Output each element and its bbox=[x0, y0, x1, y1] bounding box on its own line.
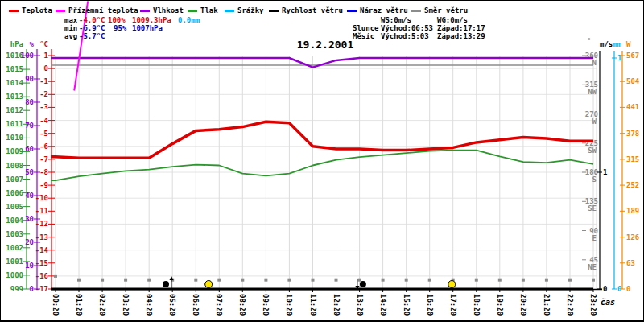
legend-label: Teplota bbox=[22, 6, 52, 14]
wind-direction-swatch-icon bbox=[411, 10, 421, 12]
wind-direction-marker bbox=[312, 279, 315, 282]
wind-direction-marker bbox=[287, 279, 291, 282]
temp-tick-label: -10 bbox=[35, 194, 48, 202]
hpa-tick-label: 1000 bbox=[6, 271, 23, 279]
legend-item-temperature: Teplota bbox=[9, 6, 52, 14]
wind-direction-marker bbox=[264, 279, 267, 282]
moonrise-moon-icon bbox=[163, 281, 169, 287]
deg-compass-label: NW bbox=[588, 88, 597, 96]
hpa-tick-label: 1015 bbox=[6, 65, 23, 73]
stat-max-humidity: 100% bbox=[108, 16, 126, 24]
legend-item-wind-speed: Rychlost větru bbox=[269, 6, 343, 14]
chart-date-title: 19.2.2001 bbox=[289, 39, 361, 51]
wind-direction-marker bbox=[241, 279, 244, 282]
stat-min-pressure: 1007hPa bbox=[132, 24, 163, 32]
legend-item-humidity: Vlhkost bbox=[140, 6, 184, 14]
stat-sun-label: Slunce bbox=[353, 24, 379, 32]
precipitation-swatch-icon bbox=[225, 10, 234, 12]
stat-max-pressure: 1009.3hPa bbox=[132, 16, 171, 24]
wind-direction-marker bbox=[147, 279, 151, 282]
legend-label: Rychlost větru bbox=[282, 6, 343, 14]
hpa-tick-label: 1013 bbox=[6, 93, 23, 101]
humidity-line bbox=[51, 58, 593, 68]
x-tick-label: 20:20 bbox=[519, 294, 527, 316]
temp-tick-label: -5 bbox=[39, 130, 48, 138]
x-tick-label: 12:20 bbox=[332, 294, 341, 316]
deg-compass-label: W bbox=[592, 118, 597, 126]
hpa-tick-label: 1012 bbox=[6, 106, 23, 114]
hpa-tick-label: 1009 bbox=[6, 147, 23, 155]
x-tick-label: 06:20 bbox=[192, 294, 200, 316]
percent-tick-label: 80 bbox=[25, 98, 34, 106]
x-tick-label: 16:20 bbox=[426, 294, 434, 316]
x-tick-label: 22:20 bbox=[566, 294, 574, 316]
temp-tick-label: -11 bbox=[35, 207, 48, 215]
stat-min-humidity: 95% bbox=[114, 24, 126, 32]
x-tick-label: 03:20 bbox=[122, 294, 130, 316]
deg-axis-header: ° bbox=[587, 37, 591, 45]
temp-tick-label: -9 bbox=[39, 181, 48, 189]
hpa-tick-label: 1008 bbox=[6, 162, 23, 170]
x-tick-label: 05:20 bbox=[168, 294, 176, 316]
temp-tick-label: -13 bbox=[35, 233, 48, 242]
pressure-swatch-icon bbox=[188, 10, 197, 12]
x-tick-label: 14:20 bbox=[379, 294, 387, 316]
watt-axis-header: W bbox=[626, 40, 631, 48]
percent-tick-label: 50 bbox=[25, 168, 34, 176]
temp-tick-label: 0 bbox=[44, 64, 48, 72]
temp-tick-label: -14 bbox=[35, 246, 49, 254]
wind-direction-marker bbox=[475, 279, 478, 282]
stat-avg-label: avg bbox=[64, 32, 77, 40]
x-tick-label: 01:20 bbox=[75, 294, 83, 316]
deg-compass-label: SE bbox=[588, 204, 597, 213]
x-tick-label: 08:20 bbox=[238, 294, 246, 316]
temp-tick-label: -17 bbox=[35, 285, 48, 293]
stat-sunset: Západ:17:17 bbox=[437, 24, 485, 32]
legend-label: Náraz větru bbox=[360, 6, 408, 14]
watt-tick-label: 504 bbox=[626, 77, 640, 85]
stat-max-label: max bbox=[64, 16, 77, 24]
hpa-tick-label: 1007 bbox=[6, 175, 23, 184]
moonset-moon-icon bbox=[360, 281, 366, 287]
percent-tick-label: 20 bbox=[25, 238, 34, 246]
x-tick-label: 09:20 bbox=[262, 294, 270, 316]
wind-direction-marker bbox=[54, 275, 57, 278]
watt-tick-label: 567 bbox=[626, 52, 639, 60]
x-tick-label: 13:20 bbox=[356, 294, 364, 316]
watt-tick-label: 315 bbox=[626, 155, 639, 163]
percent-tick-label: 60 bbox=[25, 145, 34, 153]
temp-tick-label: -1 bbox=[39, 77, 48, 85]
watt-tick-label: 189 bbox=[626, 207, 639, 215]
stat-avg-temp: -5.7°C bbox=[79, 32, 105, 40]
stat-min-temp: -6.9°C bbox=[79, 24, 105, 32]
legend-label: Tlak bbox=[200, 6, 218, 14]
hpa-tick-label: 1006 bbox=[6, 189, 23, 197]
ms-axis-header: m/s bbox=[600, 40, 613, 48]
wind-direction-marker bbox=[428, 279, 431, 282]
stat-max-temp: -4.0°C bbox=[79, 16, 105, 24]
temp-tick-label: -6 bbox=[39, 142, 48, 151]
legend-item-wind-gust: Náraz větru bbox=[347, 6, 408, 14]
percent-tick-label: 90 bbox=[25, 75, 34, 83]
ms-tick-label: 1 bbox=[603, 168, 607, 176]
temp-tick-label: -4 bbox=[39, 117, 48, 125]
wind-direction-marker bbox=[77, 279, 80, 282]
legend-label: Srážky bbox=[237, 6, 264, 14]
wind-direction-marker bbox=[405, 279, 408, 282]
legend-label: Směr větru bbox=[424, 6, 468, 14]
hpa-tick-label: 1002 bbox=[6, 244, 23, 252]
stat-max-precip: 0.0mm bbox=[178, 16, 200, 24]
mm-axis-header: mm bbox=[613, 40, 621, 48]
rise-arrowhead-icon bbox=[169, 276, 173, 280]
x-tick-label: 10:20 bbox=[285, 294, 293, 316]
legend-item-precipitation: Srážky bbox=[225, 6, 264, 14]
temperature-swatch-icon bbox=[9, 10, 19, 12]
hpa-tick-label: 1014 bbox=[6, 79, 23, 87]
deg-compass-label: E bbox=[592, 234, 597, 242]
x-tick-label: 23:20 bbox=[589, 294, 597, 316]
wind-direction-marker bbox=[545, 279, 548, 282]
hpa-tick-label: 1010 bbox=[6, 134, 23, 142]
percent-tick-label: 70 bbox=[25, 122, 34, 130]
ground-temperature-swatch-icon bbox=[56, 10, 65, 12]
percent-axis-header: % bbox=[30, 40, 35, 48]
